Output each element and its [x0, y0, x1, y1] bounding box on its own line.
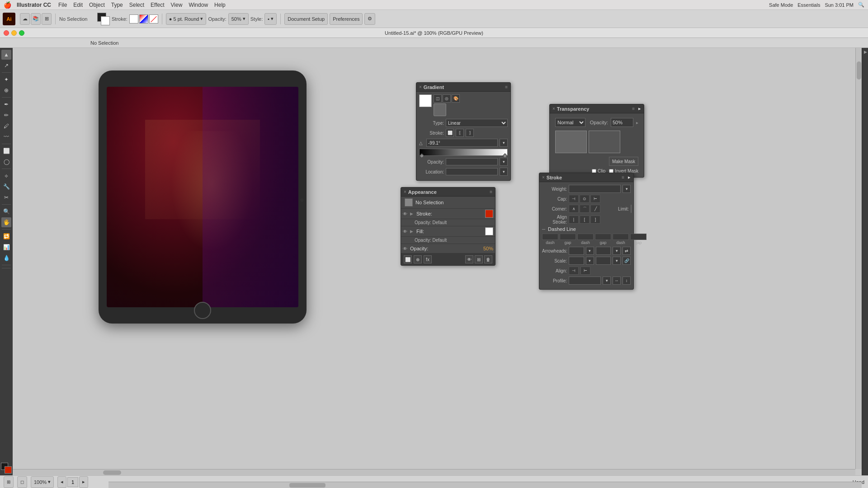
menu-select[interactable]: Select [129, 2, 144, 8]
appearance-panel-header[interactable]: × Appearance ≡ [401, 188, 495, 197]
align-outside-btn[interactable]: ] [590, 216, 600, 224]
arrowhead-end-select[interactable] [596, 247, 611, 255]
fill-stroke-widget[interactable] [97, 13, 110, 25]
tool-direct-select[interactable]: ↗ [1, 61, 11, 70]
v-scrollbar-thumb[interactable] [857, 61, 861, 80]
stroke-none-btn[interactable] [149, 14, 158, 23]
menu-help[interactable]: Help [214, 2, 226, 8]
gradient-angle-input[interactable] [426, 139, 498, 147]
gradient-opacity-slider[interactable] [446, 158, 498, 165]
stroke-bottom[interactable] [5, 466, 12, 474]
menu-object[interactable]: Object [89, 2, 105, 8]
menu-view[interactable]: View [171, 2, 183, 8]
corner-bevel-btn[interactable]: ╱ [590, 205, 600, 213]
align-tips-btn1[interactable]: ⊣ [569, 267, 579, 275]
stroke-indicator[interactable] [101, 16, 110, 25]
zoom-btn[interactable]: 100% ▾ [31, 476, 54, 488]
appearance-vis-btn[interactable]: ⊕ [414, 255, 422, 263]
v-scrollbar[interactable] [855, 48, 862, 469]
cap-square-btn[interactable]: ⊢ [590, 195, 600, 203]
transparency-more-btn[interactable]: ▸ [638, 106, 641, 112]
tool-blob-brush[interactable]: 〰 [1, 132, 11, 142]
artboard-btn[interactable]: ◻ [17, 476, 27, 488]
profile-chevron[interactable]: ▾ [603, 277, 611, 285]
preferences-btn[interactable]: Preferences [330, 13, 363, 25]
align-center-btn[interactable]: | [569, 216, 579, 224]
doc-setup-btn[interactable]: Document Setup [284, 13, 328, 25]
make-mask-btn[interactable]: Make Mask [609, 157, 638, 166]
bottom-scrollbar-thumb[interactable] [289, 483, 326, 488]
maximize-btn[interactable] [19, 30, 24, 36]
trans-pin-btn[interactable]: ▸ [636, 120, 638, 125]
tool-brush[interactable]: 🖊 [1, 121, 11, 131]
fill-visibility-icon[interactable]: 👁 [403, 229, 408, 234]
view-options-btn[interactable]: ⊞ [4, 476, 14, 488]
menu-file[interactable]: File [58, 2, 67, 8]
minimize-btn[interactable] [11, 30, 17, 36]
search-icon[interactable]: 🔍 [858, 2, 864, 8]
gradient-stroke-btn1[interactable]: ⬜ [446, 129, 454, 137]
cap-butt-btn[interactable]: ⊣ [569, 195, 579, 203]
opacity-eye-icon[interactable]: 👁 [403, 246, 408, 251]
corner-round-btn[interactable]: ⌒ [580, 205, 590, 213]
gradient-freeform-icon[interactable]: 🎨 [452, 94, 460, 103]
appearance-eye-right-btn[interactable]: 👁 [465, 255, 473, 263]
bottom-scrollbar[interactable] [108, 482, 862, 488]
next-page-btn[interactable]: ▸ [79, 476, 88, 488]
appearance-dup-btn[interactable]: ⊞ [475, 255, 483, 263]
gradient-white-swatch[interactable] [419, 94, 432, 107]
h-scrollbar-thumb[interactable] [103, 470, 121, 475]
menu-window[interactable]: Window [189, 2, 208, 8]
appearance-close-btn[interactable]: × [404, 189, 406, 194]
tool-pen[interactable]: ✒ [1, 99, 11, 109]
gradient-stroke-btn2[interactable]: ⟦ [456, 129, 464, 137]
tool-hand[interactable]: 🖐 [1, 217, 11, 227]
tool-graph[interactable]: 📊 [1, 242, 11, 252]
gradient-location-slider[interactable] [446, 168, 498, 175]
transparency-close-btn[interactable]: × [552, 106, 555, 111]
stroke-limit-input[interactable] [631, 205, 632, 213]
menu-type[interactable]: Type [111, 2, 123, 8]
window-controls[interactable] [4, 30, 24, 36]
stroke-gradient-btn[interactable] [139, 14, 148, 23]
apple-menu[interactable]: 🍎 [4, 1, 11, 9]
align-inside-btn[interactable]: [ [580, 216, 590, 224]
tool-select[interactable]: ▲ [1, 50, 11, 60]
menu-edit[interactable]: Edit [73, 2, 83, 8]
stroke-close-btn[interactable]: × [542, 175, 545, 180]
gradient-bar[interactable] [419, 149, 508, 156]
tool-rect[interactable]: ⬜ [1, 146, 11, 156]
scale-link-btn[interactable]: 🔗 [623, 257, 631, 265]
gradient-close-btn[interactable]: × [419, 84, 422, 89]
arrowhead-swap-btn[interactable]: ⇄ [623, 247, 631, 255]
stroke-more-btn[interactable]: ▸ [628, 174, 631, 180]
fill-stroke-bottom[interactable] [1, 463, 12, 474]
prev-page-btn[interactable]: ◂ [57, 476, 66, 488]
gradient-type-select[interactable]: Linear [446, 119, 508, 127]
dash3-input[interactable] [613, 234, 629, 240]
corner-miter-btn[interactable]: ∧ [569, 205, 579, 213]
library-btn[interactable]: 📚 [31, 13, 41, 25]
gap3-input[interactable] [630, 234, 646, 240]
extras-btn[interactable]: ⚙ [364, 13, 375, 25]
opacity-input[interactable] [611, 118, 633, 127]
stroke-visibility-icon[interactable]: 👁 [403, 211, 408, 216]
opacity-input[interactable]: 50% ▾ [228, 13, 249, 25]
transparency-panel-header[interactable]: × Transparency ≡ ▸ [550, 104, 644, 113]
gradient-location-chevron[interactable]: ▾ [500, 168, 508, 176]
scale-end-input[interactable] [596, 257, 611, 265]
profile-flip-btn2[interactable]: ↕ [623, 277, 631, 285]
cap-round-btn[interactable]: ⊙ [580, 195, 590, 203]
tool-transform[interactable]: ✦ [1, 75, 11, 84]
stroke-expand-btn[interactable]: ≡ [622, 175, 624, 180]
fill-appearance-swatch[interactable] [485, 227, 493, 235]
gradient-angle-chevron[interactable]: ▾ [500, 139, 508, 147]
gap1-input[interactable] [560, 234, 576, 240]
scale-chevron1[interactable]: ▾ [586, 257, 594, 265]
tool-eyedropper[interactable]: 💧 [1, 253, 11, 263]
gradient-linear-icon[interactable]: ◫ [434, 94, 442, 103]
arrowhead-chevron2[interactable]: ▾ [613, 247, 621, 255]
arrowhead-chevron1[interactable]: ▾ [586, 247, 594, 255]
gap2-input[interactable] [595, 234, 611, 240]
stroke-weight-input[interactable] [569, 185, 621, 193]
